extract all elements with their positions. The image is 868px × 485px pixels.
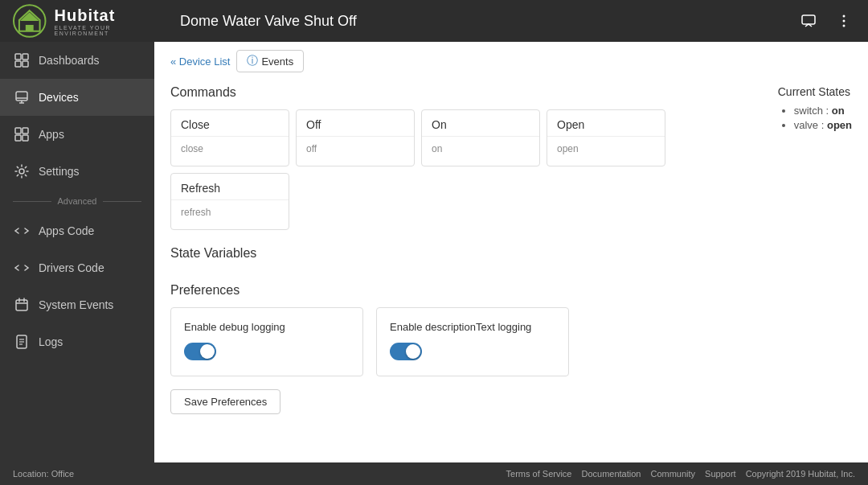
command-close-sub: close: [171, 137, 289, 166]
svg-rect-2: [26, 25, 34, 31]
menu-icon-button[interactable]: [833, 10, 855, 32]
dashboards-icon: [13, 51, 31, 69]
kebab-menu-icon: [836, 13, 852, 29]
logo-tagline: ELEVATE YOUR ENVIRONMENT: [55, 25, 168, 36]
svg-rect-8: [15, 54, 21, 60]
sidebar-item-apps-code[interactable]: Apps Code: [0, 212, 154, 249]
commands-grid: Close close Off off On on Open open: [170, 109, 765, 230]
command-open-sub: open: [547, 137, 665, 166]
settings-icon: [13, 162, 31, 180]
main-layout: Dashboards Devices: [0, 42, 868, 462]
command-refresh[interactable]: Refresh refresh: [170, 173, 289, 230]
sidebar-item-system-events[interactable]: System Events: [0, 286, 154, 323]
svg-point-5: [843, 15, 845, 18]
pref-description-label: Enable descriptionText logging: [390, 321, 555, 333]
events-label: Events: [261, 55, 293, 68]
advanced-divider: Advanced: [0, 190, 154, 212]
sidebar-item-drivers-code[interactable]: Drivers Code: [0, 249, 154, 286]
device-list-link[interactable]: « Device List: [170, 55, 230, 68]
svg-rect-17: [23, 128, 28, 134]
sidebar-item-drivers-code-label: Drivers Code: [39, 261, 104, 274]
drivers-code-icon: [13, 259, 31, 277]
footer-copyright: Copyright 2019 Hubitat, Inc.: [746, 469, 855, 479]
svg-rect-11: [23, 61, 28, 67]
command-off-sub: off: [297, 137, 414, 166]
events-button[interactable]: ⓘ Events: [236, 50, 304, 72]
svg-rect-19: [23, 135, 28, 141]
footer-community[interactable]: Community: [650, 469, 695, 479]
commands-states-row: Commands Close close Off off On on: [154, 85, 868, 246]
current-states: Current States switch : on valve : open: [778, 85, 852, 134]
command-refresh-sub: refresh: [171, 200, 289, 229]
pref-card-description: Enable descriptionText logging: [376, 307, 569, 376]
svg-point-20: [19, 169, 24, 174]
svg-point-6: [843, 20, 845, 23]
command-on-sub: on: [422, 137, 539, 166]
command-off[interactable]: Off off: [296, 109, 415, 166]
svg-rect-4: [802, 15, 815, 24]
preferences-section: Preferences Enable debug logging Enable …: [154, 283, 868, 430]
sidebar-item-devices[interactable]: Devices: [0, 79, 154, 116]
state-variables-title: State Variables: [170, 246, 852, 261]
chat-icon: [800, 13, 817, 29]
command-open-label: Open: [547, 110, 665, 137]
svg-rect-16: [15, 128, 21, 134]
sidebar-item-settings-label: Settings: [39, 165, 80, 178]
footer-support[interactable]: Support: [705, 469, 736, 479]
state-variables-section: State Variables: [154, 246, 868, 283]
hubitat-logo-icon: [13, 4, 47, 38]
info-icon: ⓘ: [247, 54, 258, 68]
sidebar-item-dashboards[interactable]: Dashboards: [0, 42, 154, 79]
preferences-title: Preferences: [170, 283, 852, 298]
command-refresh-label: Refresh: [171, 174, 289, 200]
sidebar-item-logs[interactable]: Logs: [0, 323, 154, 360]
logo-area: Hubitat ELEVATE YOUR ENVIRONMENT: [13, 4, 167, 38]
apps-code-icon: [13, 222, 31, 240]
sidebar-item-logs-label: Logs: [39, 335, 63, 348]
footer-location: Location: Office: [13, 469, 74, 479]
header-icons: [797, 10, 855, 32]
content-nav: « Device List ⓘ Events: [154, 42, 868, 72]
command-open[interactable]: Open open: [547, 109, 665, 166]
page-title: Dome Water Valve Shut Off: [167, 13, 797, 30]
command-on[interactable]: On on: [421, 109, 540, 166]
svg-rect-18: [15, 135, 21, 141]
state-switch: switch : on: [794, 105, 852, 117]
command-close-label: Close: [171, 110, 289, 137]
svg-rect-21: [16, 300, 27, 310]
pref-card-debug: Enable debug logging: [170, 307, 363, 376]
chat-icon-button[interactable]: [797, 10, 820, 32]
system-events-icon: [13, 296, 31, 314]
svg-rect-10: [15, 61, 21, 67]
toggle-thumb-description: [406, 344, 420, 359]
current-states-list: switch : on valve : open: [778, 105, 852, 131]
sidebar-item-apps-label: Apps: [39, 128, 64, 141]
logo-brand: Hubitat: [55, 6, 168, 25]
pref-debug-label: Enable debug logging: [184, 321, 350, 333]
sidebar-item-devices-label: Devices: [39, 91, 79, 104]
command-close[interactable]: Close close: [170, 109, 289, 166]
command-on-label: On: [422, 110, 539, 137]
sidebar: Dashboards Devices: [0, 42, 154, 462]
state-switch-value: on: [832, 105, 845, 117]
footer-terms[interactable]: Terms of Service: [506, 469, 572, 479]
sidebar-item-apps[interactable]: Apps: [0, 116, 154, 153]
top-header: Hubitat ELEVATE YOUR ENVIRONMENT Dome Wa…: [0, 0, 868, 42]
sidebar-item-settings[interactable]: Settings: [0, 153, 154, 190]
footer: Location: Office Terms of Service Docume…: [0, 462, 868, 485]
save-preferences-button[interactable]: Save Preferences: [170, 389, 280, 414]
commands-section-title: Commands: [170, 85, 765, 100]
sidebar-item-apps-code-label: Apps Code: [39, 224, 94, 237]
advanced-label: Advanced: [58, 196, 97, 206]
svg-point-7: [843, 25, 845, 27]
toggle-thumb-debug: [200, 344, 215, 359]
preferences-cards: Enable debug logging Enable descriptionT…: [170, 307, 852, 376]
pref-description-toggle[interactable]: [390, 343, 422, 360]
apps-icon: [13, 125, 31, 143]
state-valve: valve : open: [794, 119, 852, 131]
footer-documentation[interactable]: Documentation: [581, 469, 641, 479]
sidebar-item-system-events-label: System Events: [39, 298, 113, 311]
command-off-label: Off: [297, 110, 414, 137]
pref-debug-toggle[interactable]: [184, 343, 216, 360]
content-area: « Device List ⓘ Events Commands Close cl…: [154, 42, 868, 462]
